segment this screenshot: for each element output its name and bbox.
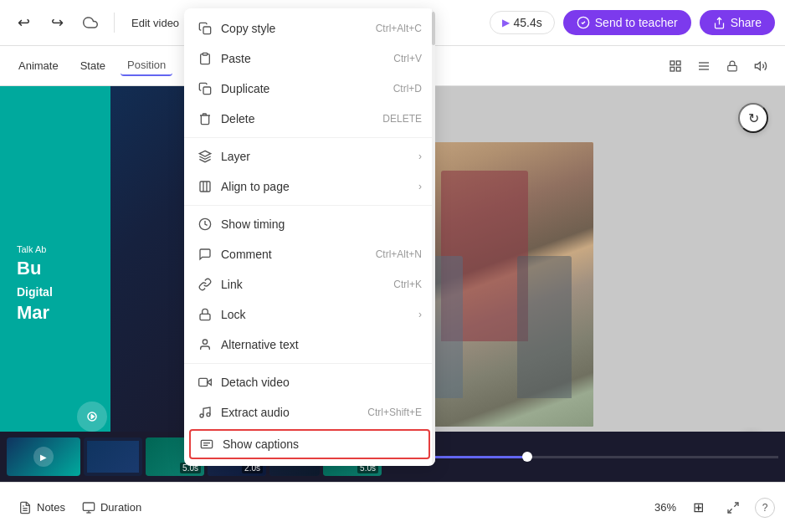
menu-item-duplicate[interactable]: Duplicate Ctrl+D: [184, 74, 435, 104]
delete-shortcut: DELETE: [382, 113, 422, 125]
link-icon: [198, 277, 213, 292]
left-slide-panel: Talk Ab Bu Digital Mar ⧉ 🗑: [0, 86, 184, 482]
fullscreen-button[interactable]: [720, 494, 747, 521]
divider-1: [184, 137, 435, 138]
send-to-teacher-button[interactable]: Send to teacher: [563, 10, 691, 35]
menu-item-comment[interactable]: Comment Ctrl+Alt+N: [184, 239, 435, 269]
paste-icon: [198, 51, 213, 66]
duration-label: Duration: [100, 501, 141, 514]
paste-shortcut: Ctrl+V: [393, 53, 422, 64]
status-right: 36% ⊞ ?: [654, 494, 775, 521]
grid-view-button[interactable]: ⊞: [685, 494, 711, 521]
share-label: Share: [731, 16, 762, 29]
alt-text-icon: [198, 337, 213, 352]
menu-item-delete[interactable]: Delete DELETE: [184, 104, 435, 134]
play-triangle-icon: ▶: [502, 17, 510, 28]
duplicate-icon: [198, 81, 213, 96]
svg-line-40: [734, 503, 738, 507]
detach-video-icon: [198, 375, 213, 390]
menu-item-alt-text[interactable]: Alternative text: [184, 330, 435, 360]
menu-item-link[interactable]: Link Ctrl+K: [184, 269, 435, 299]
secondary-icons-group: [663, 54, 773, 79]
check-circle-icon: [577, 16, 590, 29]
film-play-icon: ▶: [33, 447, 54, 467]
svg-line-41: [728, 509, 732, 513]
menu-item-lock[interactable]: Lock ›: [184, 299, 435, 330]
slide-preview: Talk Ab Bu Digital Mar ⧉ 🗑: [0, 86, 184, 482]
menu-item-detach-video[interactable]: Detach video: [184, 367, 435, 397]
extract-audio-shortcut: Ctrl+Shift+E: [367, 407, 422, 418]
share-icon: [713, 17, 726, 29]
copy-style-shortcut: Ctrl+Alt+C: [376, 23, 422, 34]
filmstrip-thumb-1[interactable]: ▶: [7, 437, 80, 476]
cloud-save-button[interactable]: [77, 9, 104, 36]
menu-item-paste[interactable]: Paste Ctrl+V: [184, 43, 435, 74]
layer-icon: [198, 149, 213, 164]
rotate-button[interactable]: ↻: [738, 103, 768, 133]
show-captions-icon: [199, 437, 214, 452]
slide-digital: Digital: [17, 285, 53, 299]
notes-button[interactable]: Notes: [10, 496, 74, 519]
svg-rect-25: [200, 314, 210, 320]
svg-rect-31: [201, 440, 212, 448]
redo-button[interactable]: ↪: [44, 9, 70, 36]
slide-text-overlay: Talk Ab Bu Digital Mar: [17, 244, 53, 324]
status-bar: Notes Duration 36% ⊞ ?: [0, 482, 785, 532]
menu-scrollbar: [432, 8, 435, 466]
divider-3: [184, 363, 435, 364]
grid-icon-button[interactable]: [663, 54, 688, 79]
menu-item-show-captions[interactable]: Show captions: [189, 429, 430, 459]
send-teacher-label: Send to teacher: [595, 16, 678, 29]
menu-item-copy-style[interactable]: Copy style Ctrl+Alt+C: [184, 13, 435, 43]
menu-item-extract-audio[interactable]: Extract audio Ctrl+Shift+E: [184, 397, 435, 427]
svg-rect-7: [670, 61, 675, 65]
svg-marker-15: [755, 62, 760, 69]
slide-play-circle[interactable]: [77, 402, 107, 432]
slide-play-overlay: [77, 402, 107, 432]
duration-icon: [82, 501, 95, 514]
volume-icon-button[interactable]: [748, 54, 773, 79]
divider-2: [184, 205, 435, 206]
menu-item-layer[interactable]: Layer ›: [184, 141, 435, 171]
position-tab[interactable]: Position: [121, 55, 172, 76]
menu-item-align-to-page[interactable]: Align to page ›: [184, 171, 435, 202]
filmstrip-thumb-2[interactable]: [84, 437, 142, 476]
svg-rect-9: [670, 67, 675, 71]
help-button[interactable]: ?: [755, 498, 775, 518]
svg-rect-14: [728, 65, 737, 70]
duplicate-label: Duplicate: [221, 82, 385, 95]
svg-rect-37: [83, 503, 94, 510]
paste-label: Paste: [221, 52, 385, 65]
align-icon-button[interactable]: [691, 54, 716, 79]
timeline-thumb[interactable]: [522, 452, 532, 462]
comment-label: Comment: [221, 248, 367, 261]
layer-label: Layer: [221, 150, 407, 163]
timeline-scrubber[interactable]: [392, 456, 778, 458]
svg-rect-21: [200, 182, 210, 192]
notes-label: Notes: [37, 501, 65, 514]
menu-scroll-area: Copy style Ctrl+Alt+C Paste Ctrl+V D: [184, 13, 435, 461]
link-shortcut: Ctrl+K: [393, 279, 422, 290]
extract-audio-label: Extract audio: [221, 406, 359, 419]
duration-badge: ▶ 45.4s: [490, 11, 555, 34]
lock-label: Lock: [221, 308, 407, 321]
animate-tab[interactable]: Animate: [12, 56, 65, 75]
layer-arrow-icon: ›: [418, 151, 422, 162]
copy-style-icon: [198, 21, 213, 36]
undo-button[interactable]: ↩: [10, 9, 37, 36]
edit-video-label[interactable]: Edit video: [125, 13, 186, 33]
state-tab[interactable]: State: [74, 56, 112, 75]
duration-button[interactable]: Duration: [74, 496, 150, 519]
svg-marker-27: [208, 380, 212, 386]
slide-marketing: Mar: [17, 302, 49, 323]
menu-item-show-timing[interactable]: Show timing: [184, 209, 435, 239]
timing-icon: [198, 217, 213, 232]
lock-arrow-icon: ›: [418, 309, 422, 320]
context-menu: Copy style Ctrl+Alt+C Paste Ctrl+V D: [184, 8, 435, 466]
delete-label: Delete: [221, 112, 374, 125]
toolbar-separator: [114, 13, 115, 33]
extract-audio-icon: [198, 405, 213, 420]
lock-icon-button[interactable]: [720, 54, 745, 79]
share-button[interactable]: Share: [700, 10, 775, 35]
toolbar-right: ▶ 45.4s Send to teacher Share: [490, 10, 775, 35]
